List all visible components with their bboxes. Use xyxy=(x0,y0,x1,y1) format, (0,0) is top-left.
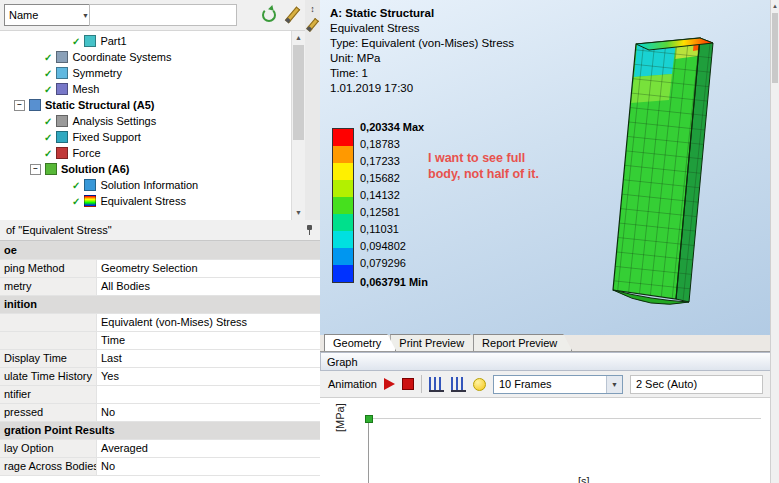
checkmark-icon: ✓ xyxy=(72,180,80,191)
details-label: ulate Time History xyxy=(0,368,97,385)
timeline-marker[interactable] xyxy=(365,415,373,423)
edit-filter-button[interactable] xyxy=(281,4,303,26)
details-value[interactable]: Equivalent (von-Mises) Stress xyxy=(97,314,320,331)
static-structural-icon xyxy=(29,99,41,111)
legend-band xyxy=(333,146,353,163)
details-group-header: inition xyxy=(0,296,320,313)
solution-information-icon xyxy=(84,179,96,191)
result-info-block: A: Static Structural Equivalent Stress T… xyxy=(330,6,514,96)
equivalent-stress-icon xyxy=(84,195,96,207)
tree-item-fixed-support[interactable]: ✓ Fixed Support xyxy=(0,129,292,145)
result-sets-icon[interactable] xyxy=(429,377,444,392)
analysis-title: A: Static Structural xyxy=(330,6,514,21)
details-label: ntifier xyxy=(0,386,97,403)
collapse-toggle[interactable]: − xyxy=(30,164,41,175)
collapse-toggle[interactable]: − xyxy=(14,100,25,111)
vertical-scrollbar[interactable]: ▲ xyxy=(770,0,779,483)
tree-item-analysis-settings[interactable]: ✓ Analysis Settings xyxy=(0,113,292,129)
panel-edit-icon[interactable] xyxy=(306,18,319,32)
details-value[interactable]: No xyxy=(97,458,320,475)
tree-item-label: Equivalent Stress xyxy=(100,195,186,207)
toolbar-separator xyxy=(421,375,422,393)
time-steps-icon[interactable] xyxy=(451,377,466,392)
scroll-up-icon[interactable]: ▲ xyxy=(771,0,779,13)
scrollbar-thumb[interactable] xyxy=(772,13,778,83)
details-value[interactable]: All Bodies xyxy=(97,278,320,295)
stop-button[interactable] xyxy=(402,378,414,390)
details-row: inition xyxy=(0,296,320,314)
tree-scrollbar[interactable]: ▲ ▼ xyxy=(291,31,305,220)
details-value[interactable]: No xyxy=(97,404,320,421)
tree-item-label: Mesh xyxy=(72,83,99,95)
details-value[interactable]: Time xyxy=(97,332,320,349)
tab-print-preview[interactable]: Print Preview xyxy=(390,334,479,351)
tab-geometry[interactable]: Geometry xyxy=(324,334,396,351)
scrollbar-thumb[interactable] xyxy=(293,45,304,140)
graph-panel: Graph Animation 10 Frames ▼ 2 Sec (Auto)… xyxy=(320,352,771,483)
graph-plot-area[interactable]: [MPa] [s] xyxy=(320,398,771,483)
tree-item-part1[interactable]: ✓ Part1 xyxy=(0,33,292,49)
tree-item-force[interactable]: ✓ Force xyxy=(0,145,292,161)
outline-tree: ✓ Part1 ✓ Coordinate Systems ✓ Symmetry … xyxy=(0,31,292,220)
pencil-icon xyxy=(284,6,299,23)
details-row: ulate Time History Yes xyxy=(0,368,320,386)
scroll-up-icon[interactable]: ▲ xyxy=(292,31,305,44)
tree-item-coordinate-systems[interactable]: ✓ Coordinate Systems xyxy=(0,49,292,65)
duration-field[interactable]: 2 Sec (Auto) xyxy=(630,375,763,394)
details-row: gration Point Results xyxy=(0,422,320,440)
details-value[interactable]: Yes xyxy=(97,368,320,385)
name-filter-dropdown[interactable]: Name ▼ xyxy=(4,4,94,26)
legend-band xyxy=(333,180,353,197)
legend-value: 0,094802 xyxy=(360,240,406,252)
details-value[interactable]: Geometry Selection xyxy=(97,260,320,277)
force-icon xyxy=(56,147,68,159)
tree-item-solution-information[interactable]: ✓ Solution Information xyxy=(0,177,292,193)
checkmark-icon: ✓ xyxy=(44,52,52,63)
stress-result-model[interactable] xyxy=(558,12,758,322)
checkmark-icon: ✓ xyxy=(44,132,52,143)
legend-value: 0,11031 xyxy=(360,223,399,235)
details-value[interactable] xyxy=(97,386,320,403)
tree-item-static-structural[interactable]: − Static Structural (A5) xyxy=(0,97,292,113)
chevron-down-icon[interactable]: ▼ xyxy=(606,376,622,393)
checkmark-icon: ✓ xyxy=(44,84,52,95)
details-title-bar: of "Equivalent Stress" xyxy=(0,220,320,241)
legend-band xyxy=(333,265,353,282)
details-label: rage Across Bodies xyxy=(0,458,97,475)
tree-item-label: Fixed Support xyxy=(72,131,140,143)
legend-band xyxy=(333,197,353,214)
tree-item-mesh[interactable]: ✓ Mesh xyxy=(0,81,292,97)
frames-dropdown[interactable]: 10 Frames ▼ xyxy=(493,375,623,394)
graph-panel-title: Graph xyxy=(327,356,358,368)
result-type: Type: Equivalent (von-Mises) Stress xyxy=(330,36,514,51)
lightbulb-icon[interactable] xyxy=(473,378,486,391)
legend-value-min: 0,063791 Min xyxy=(360,276,428,288)
legend-value: 0,12581 xyxy=(360,206,400,218)
panel-arrows-icon[interactable]: ↕ xyxy=(306,2,319,16)
pin-icon[interactable] xyxy=(304,225,314,235)
refresh-tree-button[interactable] xyxy=(258,4,280,26)
tree-item-equivalent-stress[interactable]: ✓ Equivalent Stress xyxy=(0,193,292,209)
result-name: Equivalent Stress xyxy=(330,21,514,36)
details-row: rage Across Bodies No xyxy=(0,458,320,476)
user-annotation-text: I want to see full body, not half of it. xyxy=(428,150,539,182)
tree-filter-input[interactable] xyxy=(89,4,237,26)
scroll-down-icon[interactable]: ▼ xyxy=(292,206,305,219)
outline-tree-panel: Name ▼ ✓ Part1 ✓ Coordinate Systems xyxy=(0,0,306,221)
legend-band xyxy=(333,129,353,146)
solution-icon xyxy=(45,163,57,175)
details-value[interactable]: Last xyxy=(97,350,320,367)
tree-item-symmetry[interactable]: ✓ Symmetry xyxy=(0,65,292,81)
graphics-viewport[interactable]: A: Static Structural Equivalent Stress T… xyxy=(320,0,771,335)
tree-item-solution[interactable]: − Solution (A6) xyxy=(0,161,292,177)
legend-value: 0,17233 xyxy=(360,155,400,167)
animation-label: Animation xyxy=(328,378,377,390)
mesh-icon xyxy=(56,83,68,95)
details-value[interactable]: Averaged xyxy=(97,440,320,457)
legend-value: 0,14132 xyxy=(360,189,400,201)
x-axis-label: [s] xyxy=(578,475,590,483)
tab-report-preview[interactable]: Report Preview xyxy=(473,334,572,351)
legend-value-max: 0,20334 Max xyxy=(360,121,424,133)
symmetry-icon xyxy=(56,67,68,79)
play-button[interactable] xyxy=(384,378,395,390)
